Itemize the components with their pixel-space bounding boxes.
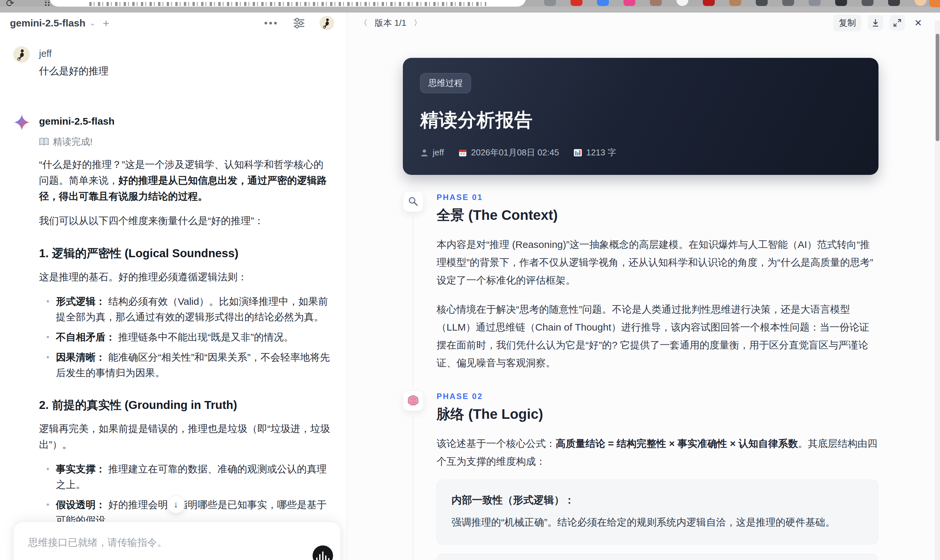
extension-icon[interactable] — [597, 0, 609, 6]
dimension-card: 内部一致性（形式逻辑）：强调推理的“机械正确”。结论必须在给定的规则系统内逻辑自… — [437, 480, 878, 545]
assistant-status: 精读完成! — [39, 135, 330, 148]
fullscreen-icon — [893, 18, 902, 28]
bullet-dot-icon: • — [46, 461, 49, 492]
new-chat-button[interactable]: + — [103, 17, 109, 30]
extension-icon[interactable] — [703, 0, 715, 6]
address-url-text — [89, 2, 486, 6]
scrollbar-track[interactable] — [935, 20, 940, 560]
phase-section: PHASE 02脉络 (The Logic)该论述基于一个核心公式：高质量结论 … — [403, 391, 878, 560]
bullet-dot-icon: • — [46, 349, 49, 380]
phase-icon-card — [403, 191, 423, 212]
message-heading: 2. 前提的真实性 (Grounding in Truth) — [39, 398, 330, 412]
bullet-dot-icon: • — [46, 329, 49, 345]
message-composer[interactable]: 思维接口已就绪，请传输指令。 + ❖ — [13, 522, 341, 560]
extension-icon[interactable] — [729, 0, 741, 6]
expand-button[interactable] — [890, 15, 905, 31]
phase-label: PHASE 01 — [437, 191, 878, 202]
version-prev-button[interactable]: 〈 — [358, 16, 370, 29]
report-sections: PHASE 01全景 (The Context)本内容是对“推理 (Reason… — [403, 191, 878, 560]
report-hero-card: 思维过程 精读分析报告 jeff — [403, 58, 878, 175]
composer-placeholder: 思维接口已就绪，请传输指令。 — [28, 536, 326, 549]
timeline-line — [413, 415, 413, 560]
artifact-content[interactable]: 思维过程 精读分析报告 jeff — [347, 33, 935, 560]
phase-title: 脉络 (The Logic) — [437, 405, 878, 423]
artifact-pane: 〈 版本 1/1 〉 复制 ✕ — [347, 12, 940, 560]
assistant-name: gemini-2.5-flash — [39, 114, 114, 127]
message-paragraph: 逻辑再完美，如果前提是错误的，推理也是垃圾（即“垃圾进，垃圾出”）。 — [39, 421, 330, 452]
bullet-item: •因果清晰： 能准确区分“相关性”和“因果关系”，不会轻率地将先后发生的事情归为… — [39, 349, 330, 380]
ink-figure-avatar-icon — [321, 17, 333, 29]
phase-icon-card — [403, 391, 423, 411]
chat-header: gemini-2.5-flash ⌄ + ••• — [0, 12, 347, 34]
version-navigator: 〈 版本 1/1 〉 — [358, 16, 423, 29]
version-next-button[interactable]: 〉 — [411, 16, 423, 29]
bullet-dot-icon: • — [46, 294, 49, 325]
download-button[interactable] — [868, 15, 883, 31]
extension-icon[interactable] — [782, 0, 794, 6]
close-panel-button[interactable]: ✕ — [912, 15, 925, 31]
message-heading: 1. 逻辑的严密性 (Logical Soundness) — [39, 246, 330, 260]
bullet-text: 形式逻辑： 结构必须有效（Valid）。比如演绎推理中，如果前提全部为真，那么通… — [56, 294, 330, 325]
model-name: gemini-2.5-flash — [10, 17, 85, 29]
extension-icon[interactable] — [544, 0, 556, 6]
extension-icon[interactable] — [624, 0, 635, 6]
gemini-logo-icon — [13, 114, 31, 131]
extension-icon[interactable] — [861, 0, 874, 6]
message-paragraph: 这是推理的基石。好的推理必须遵循逻辑法则： — [39, 269, 330, 285]
dimension-cards: 内部一致性（形式逻辑）：强调推理的“机械正确”。结论必须在给定的规则系统内逻辑自… — [437, 480, 878, 560]
more-options-button[interactable]: ••• — [264, 22, 279, 25]
toolbar-bottom-edge — [0, 7, 940, 12]
extension-icon[interactable] — [676, 0, 688, 6]
phase-paragraph: 核心情境在于解决“思考的随意性”问题。不论是人类通过批判性思维进行决策，还是大语… — [437, 300, 878, 372]
dimension-card-title: 内部一致性（形式逻辑）： — [452, 493, 864, 507]
chat-scroll-area[interactable]: jeff 什么是好的推理 gemini-2. — [0, 46, 347, 560]
person-icon — [420, 148, 428, 157]
user-message-text: 什么是好的推理 — [39, 65, 108, 78]
download-icon — [871, 18, 880, 28]
phase-rail — [403, 391, 423, 560]
report-date: 2026年01月08日 02:45 — [458, 147, 559, 158]
extension-icon[interactable] — [888, 0, 900, 6]
extension-icon[interactable] — [570, 0, 582, 6]
user-avatar — [13, 46, 30, 63]
dimension-card: 外部真实性（前提基础）：强调推理的“经验校准”。解决“GIGO（垃圾进，垃圾出）… — [437, 554, 878, 560]
browser-address-bar[interactable] — [49, 0, 526, 7]
dimension-card-text: 强调推理的“机械正确”。结论必须在给定的规则系统内逻辑自洽，这是推理的硬件基础。 — [452, 514, 864, 531]
extension-icon[interactable] — [650, 0, 662, 6]
bullet-item: •事实支撑： 推理建立在可靠的数据、准确的观测或公认的真理之上。 — [39, 461, 330, 492]
copy-button[interactable]: 复制 — [834, 15, 861, 31]
extension-icon[interactable] — [915, 0, 926, 6]
scrollbar-thumb[interactable] — [936, 34, 939, 141]
phase-rail — [403, 191, 423, 387]
user-avatar-button[interactable] — [319, 16, 334, 31]
message-paragraph: 我们可以从以下四个维度来衡量什么是“好的推理”： — [39, 213, 330, 229]
bullet-item: •不自相矛盾： 推理链条中不能出现“既是又非”的情况。 — [39, 329, 330, 345]
extension-icon[interactable] — [835, 0, 847, 6]
artifact-toolbar: 〈 版本 1/1 〉 复制 ✕ — [347, 12, 940, 33]
chevron-down-icon: ⌄ — [89, 19, 95, 28]
magnifier-icon — [407, 196, 419, 207]
bullet-text: 因果清晰： 能准确区分“相关性”和“因果关系”，不会轻率地将先后发生的事情归为因… — [56, 349, 330, 380]
calendar-icon — [458, 148, 467, 157]
extension-icon[interactable] — [929, 0, 940, 7]
assistant-message-body: “什么是好的推理？”这是一个涉及逻辑学、认知科学和哲学核心的问题。简单来说，好的… — [39, 157, 330, 560]
model-switcher[interactable]: gemini-2.5-flash ⌄ — [10, 17, 96, 29]
extension-icon[interactable] — [809, 0, 821, 6]
bullet-text: 不自相矛盾： 推理链条中不能出现“既是又非”的情况。 — [56, 329, 293, 345]
report-word-count: 1213 字 — [573, 147, 616, 158]
report-type-badge: 思维过程 — [420, 73, 471, 93]
report-meta: jeff 2026年01月08日 02:45 — [420, 147, 861, 158]
bullet-item: •形式逻辑： 结构必须有效（Valid）。比如演绎推理中，如果前提全部为真，那么… — [39, 294, 330, 325]
report-title: 精读分析报告 — [420, 108, 861, 133]
tune-settings-button[interactable] — [293, 17, 306, 30]
phase-paragraph: 本内容是对“推理 (Reasoning)”这一抽象概念的高层建模。在知识爆炸与人… — [437, 236, 878, 289]
bullet-text: 事实支撑： 推理建立在可靠的数据、准确的观测或公认的真理之上。 — [56, 461, 330, 492]
extension-icon[interactable] — [756, 0, 768, 6]
book-icon — [39, 137, 49, 146]
phase-content: PHASE 02脉络 (The Logic)该论述基于一个核心公式：高质量结论 … — [437, 391, 878, 560]
arrow-down-icon: ↓ — [174, 499, 178, 510]
user-message: jeff 什么是好的推理 — [13, 46, 330, 78]
phase-section: PHASE 01全景 (The Context)本内容是对“推理 (Reason… — [403, 191, 878, 387]
scroll-to-bottom-button[interactable]: ↓ — [167, 495, 185, 513]
app-window: gemini-2.5-flash ⌄ + ••• — [0, 12, 940, 560]
